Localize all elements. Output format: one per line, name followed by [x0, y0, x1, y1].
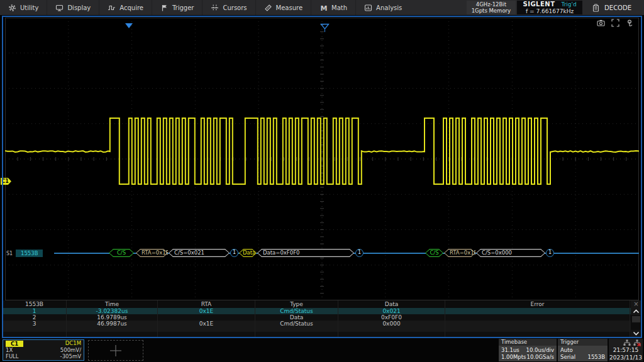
flag-icon	[160, 4, 169, 12]
menu-analysis[interactable]: Analysis	[355, 0, 410, 15]
table-row[interactable]: 216.9789usData0xF0F0	[3, 314, 631, 321]
table-empty-row	[3, 332, 631, 337]
trigger-title: Trigger	[558, 339, 608, 346]
topbar-status-cluster: 4GHz-12Bit 1Gpts Memory SIGLENT Trig'd f…	[467, 0, 644, 15]
table-cell: 0x1E	[158, 321, 255, 327]
table-empty-row	[3, 327, 631, 332]
channel1-badge: C1	[6, 341, 23, 347]
table-cell: 0x021	[338, 308, 445, 314]
table-close-button[interactable]: ×	[633, 300, 638, 308]
decode-source-label: S1	[6, 251, 13, 256]
table-header-cell: Data	[338, 300, 445, 308]
table-cell: 1	[3, 308, 67, 314]
plus-icon	[108, 343, 123, 358]
clock-time: 21:57:15	[613, 346, 638, 354]
table-header-cell: Type	[255, 300, 338, 308]
analysis-icon	[364, 4, 372, 12]
chevron-down-icon	[633, 331, 640, 336]
chevron-up-icon	[633, 309, 640, 314]
table-header-row: 1553BTimeRTATypeDataError	[3, 300, 631, 308]
menu-cursors[interactable]: Cursors	[202, 0, 255, 15]
decode-bubble-cs: C/S	[109, 249, 134, 257]
table-scrollbar-track[interactable]	[631, 315, 641, 330]
trigger-type: Serial	[560, 354, 575, 360]
trigger-position-marker[interactable]	[125, 23, 133, 28]
decode-bubble-data: Data	[239, 249, 257, 257]
table-cell	[3, 327, 67, 332]
menu-cursors-label: Cursors	[223, 4, 247, 11]
table-cell	[338, 332, 445, 337]
table-cell: Cmd/Status	[255, 308, 338, 314]
table-cell	[445, 332, 630, 337]
table-cell: -3.02382us	[67, 308, 158, 314]
decode-word-separator: 1	[355, 249, 364, 257]
menu-utility[interactable]: Utility	[0, 0, 47, 15]
table-cell	[158, 332, 255, 337]
horizontal-delay-marker[interactable]	[320, 23, 330, 33]
math-icon: M	[319, 4, 328, 12]
menu-math[interactable]: M Math	[311, 0, 355, 15]
table-cell: Data	[255, 314, 338, 321]
timebase-points: 1.00Mpts	[501, 354, 526, 360]
table-cell	[445, 314, 630, 321]
menu-utility-label: Utility	[20, 4, 38, 11]
table-scrollbar-thumb[interactable]	[632, 316, 640, 322]
table-cell: 0x000	[338, 321, 445, 327]
display-corner-toolbar	[597, 19, 634, 27]
lan-icon	[623, 339, 631, 346]
table-cell	[158, 327, 255, 332]
clock-date: 2023/11/13	[609, 354, 642, 361]
trigger-mode: Auto	[560, 347, 573, 353]
fullscreen-icon[interactable]	[611, 19, 619, 27]
table-cell	[445, 321, 630, 327]
timebase-title: Timebase	[499, 339, 557, 346]
table-cell	[445, 327, 630, 332]
decode-word-separator: 1	[546, 249, 554, 257]
channel1-scale: 500mV/	[60, 348, 81, 354]
menu-measure-label: Measure	[276, 4, 303, 11]
camera-icon[interactable]	[597, 19, 605, 27]
decode-word-separator: 1	[230, 249, 238, 257]
channel1-bandwidth: FULL	[6, 354, 19, 360]
acquisition-specs: 4GHz-12Bit 1Gpts Memory	[467, 1, 516, 14]
table-cell	[255, 327, 338, 332]
channel1-descriptor[interactable]: C1 DC1M 1X 500mV/ FULL -305mV	[3, 339, 84, 361]
table-cell: 46.9987us	[67, 321, 158, 327]
add-channel-button[interactable]	[88, 340, 143, 361]
trigger-frequency-readout: f = 7.661677kHz	[526, 8, 574, 15]
trigger-status-badge: Trig'd	[561, 1, 576, 8]
trigger-panel[interactable]: Trigger Auto Serial 1553B	[558, 339, 608, 361]
menu-bar: Utility Display Acquire Trigger Cursors	[0, 0, 644, 15]
table-scroll-up-button[interactable]	[631, 308, 641, 315]
clock-panel[interactable]: 21:57:15 2023/11/13	[609, 339, 643, 361]
waveform-display-area: C1 S1 1553B C/SRTA=0x1EC/S=0x0211DataDat…	[0, 15, 644, 338]
table-scroll-down-button[interactable]	[631, 330, 641, 337]
menu-measure[interactable]: Measure	[255, 0, 311, 15]
decode-bubble-field: RTA=0x1E	[444, 249, 475, 257]
cursors-icon	[211, 4, 219, 12]
svg-text:M: M	[321, 4, 328, 12]
table-cell	[67, 327, 158, 332]
menu-display[interactable]: Display	[47, 0, 99, 15]
table-cell: 2	[3, 314, 67, 321]
channel1-level-marker-label: C1	[1, 178, 8, 184]
menu-acquire[interactable]: Acquire	[99, 0, 152, 15]
timebase-scale: 10.0us/div	[526, 347, 554, 353]
status-bar: C1 DC1M 1X 500mV/ FULL -305mV Timebase 3…	[0, 338, 644, 362]
decode-button-label: DECODE	[604, 4, 631, 11]
table-row[interactable]: 1-3.02382us0x1ECmd/Status0x021	[3, 308, 631, 314]
table-cell: 0xF0F0	[338, 314, 445, 321]
decode-button[interactable]: DECODE	[582, 0, 644, 15]
touch-icon[interactable]	[626, 19, 634, 27]
table-header-cell: 1553B	[3, 300, 67, 308]
menu-trigger[interactable]: Trigger	[152, 0, 203, 15]
table-header-cell: Time	[67, 300, 158, 308]
decode-bubble-cs: C/S	[425, 249, 443, 257]
decode-protocol-badge[interactable]: 1553B	[16, 250, 43, 257]
table-scrollbar: ×	[631, 300, 641, 337]
table-header-cell: RTA	[158, 300, 255, 308]
lan-disconnected-icon	[633, 339, 641, 346]
table-row[interactable]: 346.9987us0x1ECmd/Status0x000	[3, 321, 631, 327]
table-cell: 0x1E	[158, 308, 255, 314]
timebase-panel[interactable]: Timebase 31.1us 10.0us/div 1.00Mpts 10.0…	[499, 339, 557, 361]
